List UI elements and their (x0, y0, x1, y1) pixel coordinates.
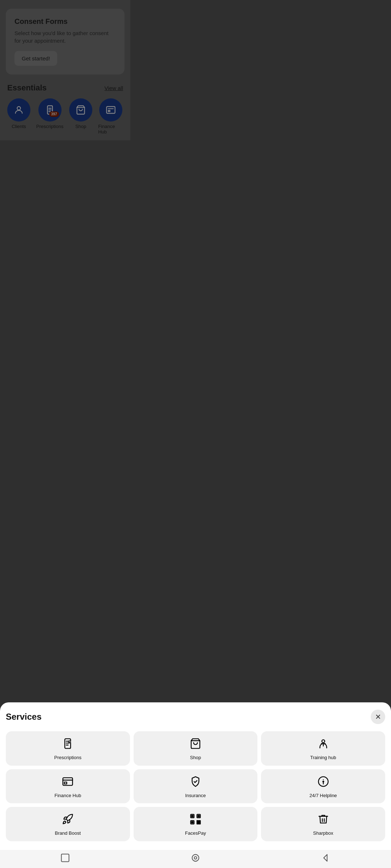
overlay-backdrop[interactable] (0, 0, 130, 289)
